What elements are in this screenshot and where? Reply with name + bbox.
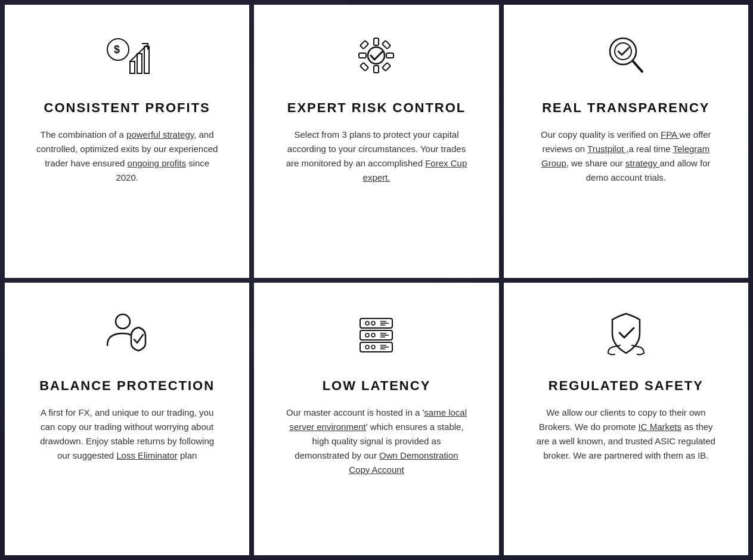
protection-icon [35,307,219,360]
svg-rect-2 [130,61,135,73]
link-powerful-strategy[interactable]: powerful strategy [126,129,194,140]
svg-point-18 [116,314,130,329]
card-title-latency: LOW LATENCY [323,378,431,394]
link-loss-eliminator[interactable]: Loss Eliminator [116,450,178,460]
svg-rect-10 [386,53,393,58]
link-server-environment[interactable]: same local server environment [289,407,467,432]
link-trustpilot[interactable]: Trustpilot , [587,144,628,154]
svg-rect-8 [374,66,379,73]
link-ic-markets[interactable]: IC Markets [639,422,682,432]
card-regulated-safety: REGULATED SAFETY We allow our clients to… [504,283,748,556]
svg-point-16 [615,43,631,60]
latency-icon [284,307,469,360]
link-demo-account[interactable]: Own Demonstration Copy Account [349,450,458,475]
link-fpa[interactable]: FPA [661,129,679,140]
card-balance-protection: BALANCE PROTECTION A first for FX, and u… [5,283,249,556]
card-low-latency: LOW LATENCY Our master account is hosted… [254,283,498,556]
card-content-profits: CONSISTENT PROFITS The combination of a … [35,100,219,185]
svg-rect-7 [374,38,379,45]
svg-point-27 [371,333,375,337]
svg-rect-12 [382,63,391,71]
svg-rect-3 [137,54,142,73]
svg-point-21 [371,321,375,325]
svg-rect-13 [382,41,391,49]
svg-rect-4 [144,47,149,73]
card-real-transparency: REAL TRANSPARENCY Our copy quality is ve… [504,5,748,278]
card-text-safety: We allow our clients to copy to their ow… [534,406,718,463]
svg-rect-14 [360,63,368,71]
features-grid: $ CONSISTENT PROFITS The combination of … [0,0,753,560]
card-content-protection: BALANCE PROTECTION A first for FX, and u… [35,378,219,463]
svg-line-17 [633,61,642,72]
risk-icon [284,29,469,82]
svg-point-20 [365,321,369,325]
svg-point-15 [610,38,636,64]
card-expert-risk-control: EXPERT RISK CONTROL Select from 3 plans … [254,5,498,278]
card-content-risk: EXPERT RISK CONTROL Select from 3 plans … [284,100,469,185]
svg-point-33 [371,345,375,349]
card-content-latency: LOW LATENCY Our master account is hosted… [284,378,469,477]
card-title-risk: EXPERT RISK CONTROL [287,100,466,116]
card-title-safety: REGULATED SAFETY [549,378,704,394]
safety-icon [534,307,718,360]
svg-rect-9 [359,53,366,58]
link-ongoing-profits[interactable]: ongoing profits [128,158,186,168]
profits-icon: $ [35,29,219,82]
card-text-risk: Select from 3 plans to protect your capi… [284,128,469,185]
card-consistent-profits: $ CONSISTENT PROFITS The combination of … [5,5,249,278]
link-strategy[interactable]: strategy [625,158,660,168]
card-text-profits: The combination of a powerful strategy, … [35,128,219,185]
card-content-transparency: REAL TRANSPARENCY Our copy quality is ve… [534,100,718,185]
transparency-icon [534,29,718,82]
card-text-transparency: Our copy quality is verified on FPA we o… [534,128,718,185]
link-forex-cup[interactable]: Forex Cup expert. [363,158,467,182]
svg-text:$: $ [114,44,120,55]
card-text-latency: Our master account is hosted in a 'same … [284,406,469,477]
card-content-safety: REGULATED SAFETY We allow our clients to… [534,378,718,463]
card-title-protection: BALANCE PROTECTION [39,378,215,394]
card-title-profits: CONSISTENT PROFITS [44,100,210,116]
card-text-protection: A first for FX, and unique to our tradin… [35,406,219,463]
svg-point-26 [365,333,369,337]
svg-point-32 [365,345,369,349]
svg-rect-11 [360,41,368,49]
card-title-transparency: REAL TRANSPARENCY [542,100,709,116]
